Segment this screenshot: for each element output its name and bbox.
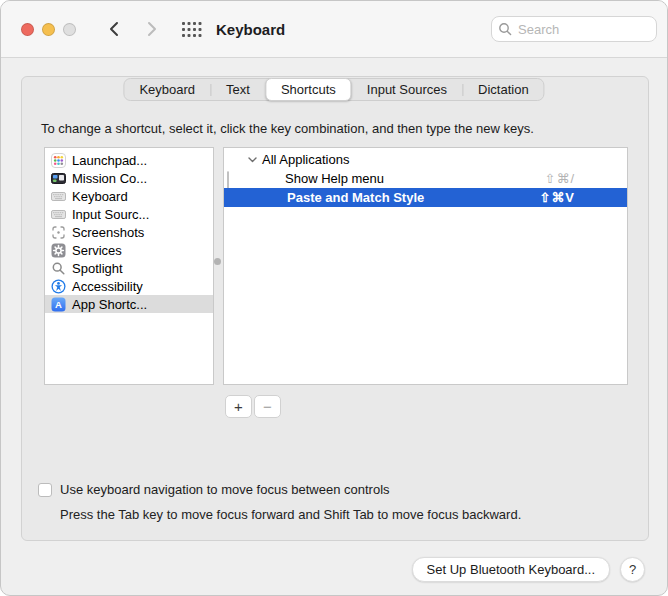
sidebar-item-spotlight[interactable]: Spotlight — [45, 259, 213, 277]
add-shortcut-button[interactable]: + — [225, 395, 252, 418]
sidebar-item-screenshots[interactable]: Screenshots — [45, 223, 213, 241]
footer: Set Up Bluetooth Keyboard... ? — [412, 557, 645, 582]
minimize-button[interactable] — [42, 23, 55, 36]
sidebar-item-label: Spotlight — [72, 261, 123, 276]
scrollbar-thumb[interactable] — [214, 258, 221, 265]
shortcut-keys[interactable]: ⇧⌘V — [539, 190, 575, 205]
shortcut-keys[interactable]: ⇧⌘/ — [544, 171, 575, 186]
forward-icon[interactable] — [146, 21, 158, 37]
group-header-label: All Applications — [262, 152, 349, 167]
sidebar-item-label: Launchpad... — [72, 153, 147, 168]
search-icon — [498, 22, 512, 36]
screenshots-icon — [51, 225, 66, 240]
services-icon — [51, 243, 66, 258]
sidebar-item-label: Input Sourc... — [72, 207, 149, 222]
title-bar: Keyboard — [1, 1, 668, 58]
sidebar-item-label: App Shortc... — [72, 297, 147, 312]
tab-text[interactable]: Text — [211, 78, 265, 101]
keyboard-navigation-hint: Press the Tab key to move focus forward … — [60, 507, 521, 522]
tab-bar: Keyboard Text Shortcuts Input Sources Di… — [123, 78, 544, 101]
shortcut-categories-list: Launchpad... Mission Co... Keyboard Inpu… — [44, 147, 214, 385]
shortcut-list: All Applications Show Help menu ⇧⌘/ Past… — [223, 147, 628, 385]
window-title: Keyboard — [216, 21, 285, 38]
accessibility-icon — [51, 279, 66, 294]
keyboard-navigation-checkbox[interactable] — [38, 483, 52, 497]
sidebar-item-label: Services — [72, 243, 122, 258]
keyboard-navigation-row: Use keyboard navigation to move focus be… — [38, 482, 390, 497]
remove-shortcut-button[interactable]: − — [254, 395, 281, 418]
sidebar-item-keyboard[interactable]: Keyboard — [45, 187, 213, 205]
spotlight-icon — [51, 261, 66, 276]
search-field[interactable] — [491, 16, 657, 42]
svg-text:A: A — [55, 299, 62, 310]
search-input[interactable] — [516, 21, 636, 38]
instruction-text: To change a shortcut, select it, click t… — [41, 121, 534, 136]
tab-keyboard[interactable]: Keyboard — [124, 78, 210, 101]
sidebar-item-label: Screenshots — [72, 225, 144, 240]
shortcut-label: Show Help menu — [285, 171, 384, 186]
keyboard-icon — [51, 189, 66, 204]
sidebar-item-launchpad[interactable]: Launchpad... — [45, 151, 213, 169]
traffic-lights — [21, 23, 76, 36]
setup-bluetooth-keyboard-button[interactable]: Set Up Bluetooth Keyboard... — [412, 557, 610, 582]
tab-shortcuts[interactable]: Shortcuts — [265, 78, 352, 101]
tab-dictation[interactable]: Dictation — [463, 78, 544, 101]
back-icon[interactable] — [108, 21, 120, 37]
zoom-button — [63, 23, 76, 36]
sidebar-item-label: Accessibility — [72, 279, 143, 294]
sidebar-item-mission-control[interactable]: Mission Co... — [45, 169, 213, 187]
sidebar-item-app-shortcuts[interactable]: A App Shortc... — [45, 295, 213, 313]
app-shortcuts-icon: A — [51, 297, 66, 312]
sidebar-item-input-sources[interactable]: Input Sourc... — [45, 205, 213, 223]
keyboard-preferences-window: Keyboard Keyboard Text Shortcuts Input S… — [0, 0, 668, 596]
sidebar-item-label: Mission Co... — [72, 171, 147, 186]
sidebar-item-services[interactable]: Services — [45, 241, 213, 259]
tab-input-sources[interactable]: Input Sources — [352, 78, 462, 101]
group-header-all-applications[interactable]: All Applications — [224, 150, 627, 169]
input-sources-icon — [51, 207, 66, 222]
sidebar-item-accessibility[interactable]: Accessibility — [45, 277, 213, 295]
show-all-grid-icon[interactable] — [182, 22, 202, 37]
shortcut-label: Paste and Match Style — [287, 190, 424, 205]
close-button[interactable] — [21, 23, 34, 36]
mission-control-icon — [51, 171, 66, 186]
help-button[interactable]: ? — [620, 557, 645, 582]
shortcut-row-paste-and-match-style[interactable]: Paste and Match Style ⇧⌘V — [224, 188, 627, 207]
shortcut-row-show-help-menu[interactable]: Show Help menu ⇧⌘/ — [224, 169, 627, 188]
sidebar-item-label: Keyboard — [72, 189, 128, 204]
keyboard-navigation-label: Use keyboard navigation to move focus be… — [60, 482, 390, 497]
add-remove-buttons: + − — [225, 395, 281, 418]
launchpad-icon — [51, 153, 66, 168]
disclosure-chevron-icon[interactable] — [248, 157, 257, 163]
